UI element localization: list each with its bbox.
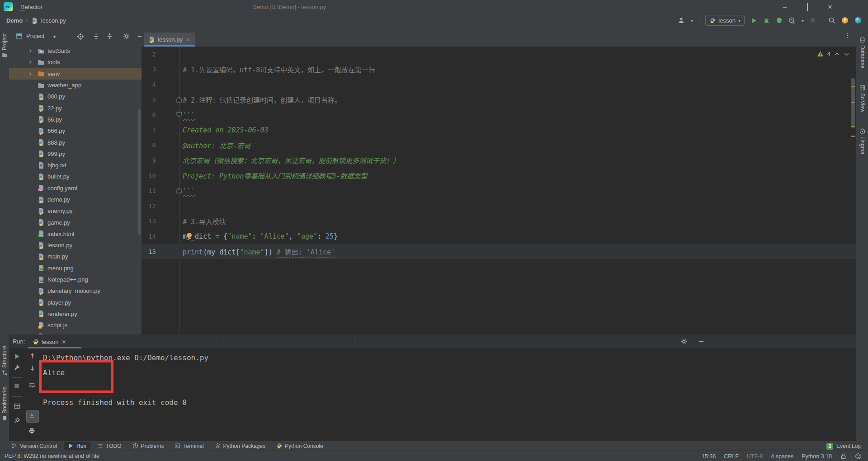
fold-marker-icon[interactable] — [176, 112, 182, 118]
code-line-9[interactable]: 9北京宏哥（微信搜索：北京宏哥，关注宏哥，提前解锁更多测试干货！） — [142, 153, 856, 168]
warning-stripe[interactable] — [851, 102, 855, 103]
tool-strip-tab-database[interactable]: Database — [856, 37, 868, 68]
line-number[interactable]: 7 — [142, 127, 161, 134]
collapse-all-icon[interactable] — [106, 33, 113, 40]
tree-item-bjhg.txt[interactable]: bjhg.txt — [9, 160, 142, 171]
tree-item-testSuits[interactable]: testSuits — [9, 45, 142, 56]
warning-stripe[interactable] — [851, 136, 855, 137]
code-line-12[interactable]: 12 — [142, 198, 856, 214]
tool-strip-tab-project[interactable]: Project — [0, 33, 9, 58]
event-log-button[interactable]: 2 Event Log — [826, 441, 861, 451]
code-line-13[interactable]: 13# 3.导入模块 — [142, 214, 856, 229]
tree-item-tools[interactable]: tools — [9, 56, 142, 68]
status-item-utf-8[interactable]: UTF-8 — [747, 453, 763, 460]
wrench-icon[interactable] — [14, 364, 20, 371]
inspections-icon[interactable] — [855, 453, 862, 460]
code-line-11[interactable]: 11''' — [142, 183, 856, 198]
close-icon[interactable]: ✕ — [826, 4, 834, 10]
line-number[interactable]: 10 — [142, 172, 161, 179]
toolwindow-button-python-packages[interactable]: Python Packages — [211, 442, 269, 450]
chevron-right-icon[interactable] — [28, 60, 33, 65]
minimize-icon[interactable]: ─ — [781, 4, 788, 10]
tree-item-game.py[interactable]: game.py — [9, 216, 142, 228]
tree-item-main.py[interactable]: main.py — [9, 251, 142, 262]
editor-tab-lesson[interactable]: lesson.py — [144, 33, 195, 46]
line-number[interactable]: 12 — [142, 202, 161, 210]
debug-button[interactable] — [763, 17, 770, 24]
code-line-8[interactable]: 8@author: 北京-宏哥 — [142, 138, 856, 153]
tree-item-config.yaml[interactable]: YMLconfig.yaml — [9, 183, 142, 194]
arrow-up-icon[interactable] — [29, 353, 36, 359]
line-number[interactable]: 2 — [142, 51, 161, 58]
gear-icon[interactable] — [123, 33, 130, 40]
tree-item-bullet.py[interactable]: bullet.py — [9, 171, 142, 182]
toolwindow-button-terminal[interactable]: Terminal — [170, 442, 208, 450]
update-icon[interactable] — [841, 17, 849, 24]
search-icon[interactable] — [828, 17, 835, 24]
code-line-2[interactable]: 2 — [142, 47, 856, 62]
tree-item-888.py[interactable]: 888.py — [9, 136, 142, 148]
line-number[interactable]: 9 — [142, 157, 161, 164]
locate-file-icon[interactable] — [77, 33, 84, 40]
fold-marker-icon[interactable] — [176, 97, 182, 103]
restore-layout-icon[interactable] — [14, 403, 20, 409]
chevron-right-icon[interactable] — [28, 71, 33, 76]
code-line-3[interactable]: 3# 1.先设置编码，utf-8可支持中英文，如上，一般放在第一行 — [142, 62, 856, 77]
profiler-button[interactable] — [788, 17, 796, 24]
tree-item-enemy.py[interactable]: enemy.py — [9, 205, 142, 216]
tool-strip-tab-lingma[interactable]: Lingma — [856, 128, 868, 154]
expand-all-icon[interactable] — [93, 33, 99, 40]
line-number[interactable]: 3 — [142, 66, 161, 73]
fold-marker-icon[interactable] — [176, 188, 182, 193]
gear-icon[interactable] — [680, 338, 687, 345]
run-tab-lesson[interactable]: lesson — [29, 335, 70, 348]
line-number[interactable]: 4 — [142, 81, 161, 88]
toolwindow-button-problems[interactable]: Problems — [128, 442, 168, 450]
code-line-10[interactable]: 10Project: Python零基础从入门到精通详细教程3-数据类型 — [142, 168, 856, 183]
tree-item-renderer.py[interactable]: renderer.py — [9, 308, 142, 320]
tree-item-lesson.py[interactable]: lesson.py — [9, 240, 142, 251]
tree-item-player.py[interactable]: player.py — [9, 297, 142, 308]
tree-item-venv[interactable]: venv — [9, 68, 142, 80]
user-icon[interactable] — [678, 17, 685, 24]
line-number[interactable]: 14 — [142, 233, 161, 240]
toolwindow-button-python-console[interactable]: Python Console — [272, 442, 327, 450]
code-editor[interactable]: 23# 1.先设置编码，utf-8可支持中英文，如上，一般放在第一行45# 2.… — [142, 47, 856, 334]
status-item-4-spaces[interactable]: 4 spaces — [771, 453, 793, 460]
soft-wrap-icon[interactable] — [28, 382, 35, 389]
code-line-14[interactable]: 14my_dict = {"name": "Alice", "age": 25} — [142, 229, 856, 244]
arrow-down-icon[interactable] — [29, 365, 36, 372]
line-number[interactable]: 11 — [142, 187, 161, 194]
hide-panel-icon[interactable] — [698, 338, 705, 345]
tree-item-000.py[interactable]: 000.py — [9, 91, 142, 102]
tree-item-Notepad++.png[interactable]: Notepad++.png — [9, 274, 142, 285]
tool-strip-tab-structure[interactable]: Structure — [0, 346, 9, 376]
tree-scrollbar[interactable] — [138, 108, 141, 235]
code-line-4[interactable]: 4 — [142, 77, 856, 92]
menu-refactor[interactable]: Refactor — [16, 0, 47, 14]
project-panel-title[interactable]: Project — [26, 33, 44, 39]
close-icon[interactable] — [61, 339, 66, 344]
tree-item-66.py[interactable]: 66.py — [9, 114, 142, 125]
inspection-widget[interactable]: 4 — [817, 51, 849, 57]
intention-bulb-icon[interactable] — [187, 233, 192, 238]
breadcrumb-project[interactable]: Demo — [6, 17, 23, 24]
tree-item-demo.py[interactable]: demo.py — [9, 194, 142, 205]
tab-options-icon[interactable] — [844, 33, 850, 39]
tree-item-script.js[interactable]: JSscript.js — [9, 320, 142, 331]
code-line-7[interactable]: 7Created on 2025-06-03 — [142, 122, 856, 138]
code-line-5[interactable]: 5# 2.注释：包括记录创建时间，创建人，项目名称。 — [142, 92, 856, 108]
line-number[interactable]: 6 — [142, 111, 161, 118]
breadcrumb-file[interactable]: lesson.py — [41, 17, 66, 24]
tree-item-22.py[interactable]: 22.py — [9, 102, 142, 113]
assistant-sphere-icon[interactable] — [854, 17, 862, 24]
status-message[interactable]: PEP 8: W292 no newline at end of file — [5, 453, 99, 459]
run-configuration-select[interactable]: lesson ▾ — [705, 15, 745, 26]
line-number[interactable]: 8 — [142, 141, 161, 149]
toolwindow-button-run[interactable]: Run — [64, 442, 90, 450]
tool-strip-tab-bookmarks[interactable]: Bookmarks — [0, 386, 9, 421]
tree-item-snake_game.py[interactable]: snake_game.py — [9, 331, 142, 334]
status-item-15-36[interactable]: 15:36 — [702, 453, 716, 460]
line-number[interactable]: 15 — [142, 248, 161, 255]
code-line-6[interactable]: 6''' — [142, 107, 856, 122]
